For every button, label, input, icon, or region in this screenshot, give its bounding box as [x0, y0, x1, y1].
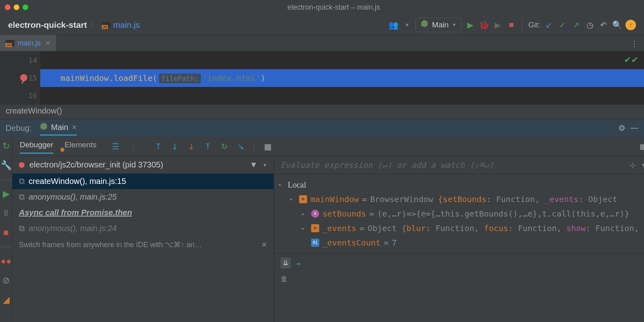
js-file-icon: [6, 40, 14, 46]
git-commit-icon[interactable]: ✓: [557, 20, 568, 30]
debug-sidebar: ↻ 🔧 ▶ ⏸ ■ ●● ⊘ ◢: [0, 137, 12, 322]
breakpoint-icon[interactable]: [20, 74, 27, 81]
filter-icon[interactable]: ▼: [250, 160, 258, 169]
maximize-window-icon[interactable]: [23, 4, 28, 10]
object-icon: ≡: [311, 224, 319, 232]
run-config-selector[interactable]: Main ▼: [415, 18, 462, 32]
add-watch-icon[interactable]: ⊹: [630, 161, 636, 169]
resume-icon[interactable]: ▶: [3, 189, 10, 199]
settings-gear-icon[interactable]: ⚙: [618, 123, 625, 133]
close-tab-icon[interactable]: ✕: [45, 40, 50, 46]
tab-menu-icon[interactable]: ⋮: [630, 39, 638, 48]
chevron-down-icon[interactable]: ▼: [262, 162, 267, 168]
git-push-icon[interactable]: ↗: [571, 20, 581, 30]
chevron-right-icon[interactable]: ▸: [301, 221, 308, 235]
tab-elements[interactable]: Elements: [64, 140, 96, 153]
breadcrumb-file[interactable]: main.js: [102, 20, 140, 30]
nodejs-icon: [40, 124, 48, 132]
layout-icon[interactable]: ◢: [3, 295, 10, 305]
chevron-right-icon: 〉: [90, 19, 99, 31]
code-area[interactable]: mainWindow.loadFile(filePath:'index.html…: [40, 52, 644, 105]
view-breakpoints-icon[interactable]: ●●: [1, 256, 12, 266]
scroll-to-end-icon[interactable]: ⇊: [281, 258, 291, 268]
debug-tool-header: Debug: Main ✕ ⚙ —: [0, 119, 644, 137]
variable-node[interactable]: ▸ λ setBounds = (e,…r)=>{e={…this.getBou…: [278, 206, 644, 221]
gutter-line[interactable]: 14: [0, 52, 37, 69]
variable-node[interactable]: ▸ 01 _eventsCount = 7: [278, 235, 644, 250]
step-over-icon[interactable]: ⤓: [171, 142, 178, 151]
stop-debug-icon[interactable]: ■: [3, 227, 8, 238]
context-bar[interactable]: createWindow(): [0, 105, 644, 119]
evaluate-input[interactable]: Evaluate expression (↵) or add a watch (…: [274, 156, 644, 174]
variable-node[interactable]: ▸ ≡ _events = Object {blur: Function, fo…: [278, 221, 644, 235]
history-icon[interactable]: ◷: [584, 20, 595, 30]
chevron-down-icon[interactable]: ▾: [278, 178, 285, 192]
debug-tabs-row: Debugger Elements ☰ ⤒ ⤓ ⤓ ⤒ ↻ ↘ ▦ ▦: [12, 137, 644, 156]
dropdown-icon[interactable]: ▼: [402, 20, 412, 30]
variables-tree: ▾ Local ▾ ≡ mainWindow = BrowserWindow {…: [274, 174, 644, 253]
code-with-me-icon[interactable]: 👥: [388, 20, 398, 30]
step-into-icon[interactable]: ⤓: [188, 142, 195, 151]
stack-frame[interactable]: ⧉ anonymous(), main.js:25: [12, 189, 274, 205]
nodejs-icon: [421, 21, 429, 29]
run-to-cursor-icon[interactable]: ↻: [221, 142, 228, 151]
chevron-right-icon[interactable]: ▸: [301, 206, 308, 221]
debug-console[interactable]: ⇊ →: [274, 253, 644, 272]
run-config-name: Main: [432, 21, 448, 29]
show-execution-point-icon[interactable]: ⤒: [155, 142, 162, 151]
stack-frame[interactable]: ⧉ createWindow(), main.js:15: [12, 173, 274, 189]
git-label: Git:: [528, 21, 540, 29]
trash-icon[interactable]: 🗑: [281, 275, 288, 283]
variable-node[interactable]: ▾ ≡ mainWindow = BrowserWindow {setBound…: [278, 192, 644, 206]
drop-frame-icon[interactable]: ↘: [237, 142, 244, 151]
ide-update-icon[interactable]: ↑: [625, 20, 636, 30]
scope-node[interactable]: ▾ Local: [278, 178, 644, 192]
code-editor[interactable]: 14 15 16 mainWindow.loadFile(filePath:'i…: [0, 52, 644, 105]
mute-breakpoints-icon[interactable]: ⊘: [2, 275, 10, 286]
variables-pane: Evaluate expression (↵) or add a watch (…: [274, 156, 644, 322]
git-pull-icon[interactable]: ↙: [543, 20, 554, 30]
object-icon: ≡: [299, 195, 307, 203]
run-icon[interactable]: ▶: [465, 20, 475, 30]
window-controls: [5, 4, 28, 10]
stop-icon[interactable]: ■: [506, 20, 516, 30]
close-tip-icon[interactable]: ✕: [261, 240, 267, 249]
chevron-down-icon[interactable]: ▼: [642, 161, 644, 169]
execution-line[interactable]: mainWindow.loadFile(filePath:'index.html…: [40, 69, 644, 87]
chevron-down-icon[interactable]: ▾: [289, 192, 296, 206]
window-title: electron-quick-start – main.js: [28, 3, 639, 12]
breadcrumb: electron-quick-start 〉 main.js: [8, 19, 140, 31]
close-window-icon[interactable]: [5, 4, 10, 10]
tab-debugger[interactable]: Debugger: [20, 140, 53, 154]
number-icon: 01: [311, 239, 319, 247]
modify-run-config-icon[interactable]: 🔧: [1, 160, 12, 171]
coverage-icon[interactable]: ▶: [492, 20, 503, 30]
inspection-ok-icon[interactable]: ✔✔: [624, 55, 638, 65]
stack-frame[interactable]: ⧉ anonymous(), main.js:24: [12, 221, 274, 236]
pause-icon[interactable]: ⏸: [2, 208, 10, 219]
rerun-icon[interactable]: ↻: [2, 141, 10, 151]
close-session-icon[interactable]: ✕: [72, 124, 77, 131]
console-prompt-icon: →: [295, 258, 300, 268]
rollback-icon[interactable]: ↶: [598, 20, 609, 30]
editor-tab-mainjs[interactable]: main.js ✕: [0, 35, 56, 51]
gutter: 14 15 16: [0, 52, 40, 105]
gutter-line[interactable]: 16: [0, 87, 37, 105]
breadcrumb-project[interactable]: electron-quick-start: [8, 20, 87, 30]
parameter-hint: filePath:: [159, 74, 201, 83]
layout-settings-icon[interactable]: ▦: [640, 142, 644, 151]
step-out-icon[interactable]: ⤒: [204, 142, 211, 151]
threads-icon[interactable]: ☰: [112, 142, 119, 151]
evaluate-expression-icon[interactable]: ▦: [264, 142, 272, 151]
debug-icon[interactable]: 🐞: [479, 20, 489, 30]
frame-icon: ⧉: [19, 224, 25, 233]
debug-label: Debug:: [6, 124, 32, 133]
debug-body: ↻ 🔧 ▶ ⏸ ■ ●● ⊘ ◢ Debugger Elements ☰ ⤒ ⤓…: [0, 137, 644, 322]
search-icon[interactable]: 🔍: [612, 20, 622, 30]
minimize-window-icon[interactable]: [14, 4, 19, 10]
thread-selector[interactable]: electron/js2c/browser_init (pid 37305) ▼…: [12, 156, 274, 173]
frames-tip: Switch frames from anywhere in the IDE w…: [12, 236, 274, 253]
gutter-line[interactable]: 15: [0, 69, 37, 87]
minimize-panel-icon[interactable]: —: [630, 123, 638, 133]
debug-session-tab[interactable]: Main ✕: [40, 123, 77, 136]
